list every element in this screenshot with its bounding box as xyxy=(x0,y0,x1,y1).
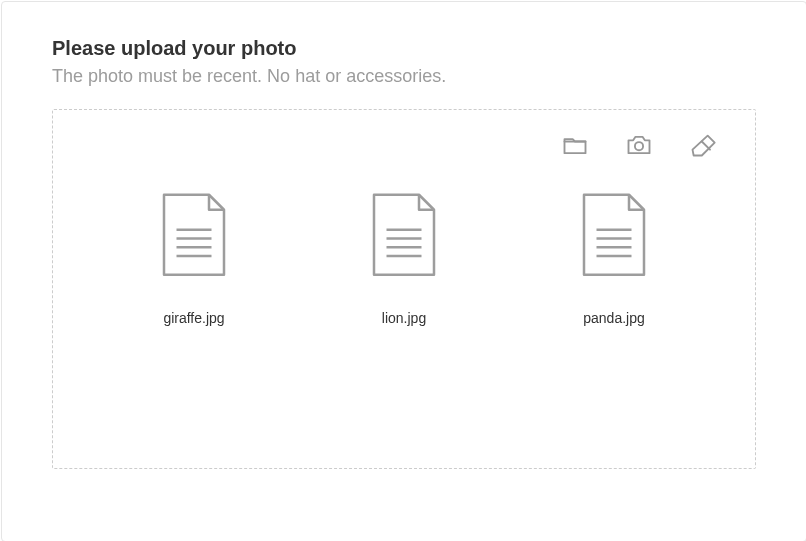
file-name: panda.jpg xyxy=(583,310,645,326)
eraser-icon xyxy=(689,131,717,159)
file-list: giraffe.jpg lion.jpg xyxy=(53,192,755,326)
upload-card: Please upload your photo The photo must … xyxy=(1,1,806,541)
file-icon xyxy=(159,192,229,280)
dropzone[interactable]: giraffe.jpg lion.jpg xyxy=(52,109,756,469)
upload-title: Please upload your photo xyxy=(52,37,756,60)
camera-button[interactable] xyxy=(622,128,656,162)
file-icon xyxy=(369,192,439,280)
file-item[interactable]: panda.jpg xyxy=(554,192,674,326)
toolbar xyxy=(53,110,755,162)
svg-point-0 xyxy=(635,142,643,150)
file-item[interactable]: giraffe.jpg xyxy=(134,192,254,326)
browse-button[interactable] xyxy=(558,128,592,162)
erase-button[interactable] xyxy=(686,128,720,162)
upload-subtitle: The photo must be recent. No hat or acce… xyxy=(52,66,756,87)
folder-open-icon xyxy=(561,131,589,159)
svg-line-1 xyxy=(702,142,710,150)
file-item[interactable]: lion.jpg xyxy=(344,192,464,326)
file-name: giraffe.jpg xyxy=(163,310,224,326)
file-name: lion.jpg xyxy=(382,310,426,326)
file-icon xyxy=(579,192,649,280)
camera-icon xyxy=(625,131,653,159)
